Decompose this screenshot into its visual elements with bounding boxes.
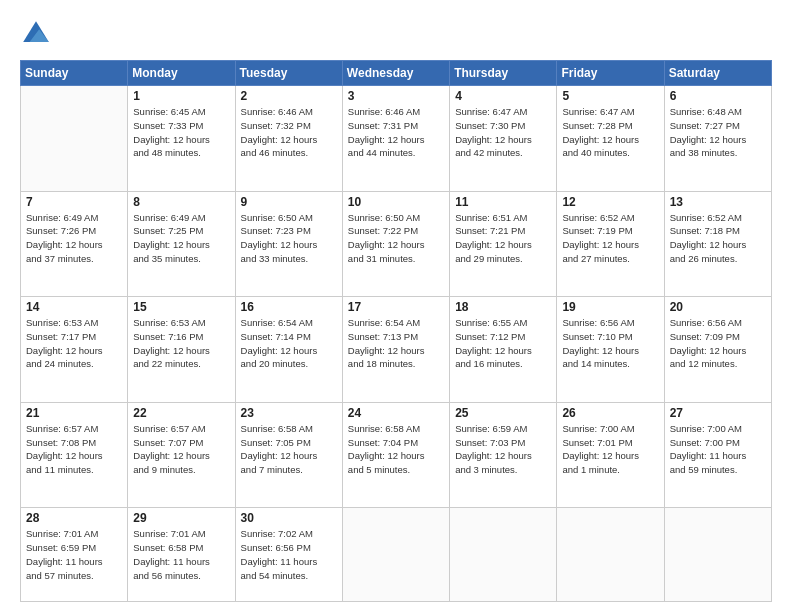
day-info: Sunrise: 7:02 AM Sunset: 6:56 PM Dayligh…	[241, 527, 337, 582]
weekday-header-sunday: Sunday	[21, 61, 128, 86]
calendar-cell: 13Sunrise: 6:52 AM Sunset: 7:18 PM Dayli…	[664, 191, 771, 297]
weekday-header-monday: Monday	[128, 61, 235, 86]
weekday-header-row: SundayMondayTuesdayWednesdayThursdayFrid…	[21, 61, 772, 86]
day-info: Sunrise: 6:52 AM Sunset: 7:19 PM Dayligh…	[562, 211, 658, 266]
day-info: Sunrise: 6:46 AM Sunset: 7:31 PM Dayligh…	[348, 105, 444, 160]
weekday-header-wednesday: Wednesday	[342, 61, 449, 86]
day-info: Sunrise: 6:56 AM Sunset: 7:10 PM Dayligh…	[562, 316, 658, 371]
logo-icon	[20, 18, 52, 50]
day-info: Sunrise: 6:50 AM Sunset: 7:23 PM Dayligh…	[241, 211, 337, 266]
calendar-cell: 25Sunrise: 6:59 AM Sunset: 7:03 PM Dayli…	[450, 402, 557, 508]
day-info: Sunrise: 6:53 AM Sunset: 7:16 PM Dayligh…	[133, 316, 229, 371]
calendar-week-1: 1Sunrise: 6:45 AM Sunset: 7:33 PM Daylig…	[21, 86, 772, 192]
day-number: 21	[26, 406, 122, 420]
page: SundayMondayTuesdayWednesdayThursdayFrid…	[0, 0, 792, 612]
calendar-cell: 21Sunrise: 6:57 AM Sunset: 7:08 PM Dayli…	[21, 402, 128, 508]
day-number: 1	[133, 89, 229, 103]
day-info: Sunrise: 6:51 AM Sunset: 7:21 PM Dayligh…	[455, 211, 551, 266]
calendar-cell: 5Sunrise: 6:47 AM Sunset: 7:28 PM Daylig…	[557, 86, 664, 192]
day-info: Sunrise: 6:45 AM Sunset: 7:33 PM Dayligh…	[133, 105, 229, 160]
header	[20, 18, 772, 50]
day-number: 19	[562, 300, 658, 314]
day-number: 8	[133, 195, 229, 209]
day-info: Sunrise: 6:56 AM Sunset: 7:09 PM Dayligh…	[670, 316, 766, 371]
calendar-cell: 18Sunrise: 6:55 AM Sunset: 7:12 PM Dayli…	[450, 297, 557, 403]
calendar-cell: 20Sunrise: 6:56 AM Sunset: 7:09 PM Dayli…	[664, 297, 771, 403]
day-number: 23	[241, 406, 337, 420]
calendar-week-3: 14Sunrise: 6:53 AM Sunset: 7:17 PM Dayli…	[21, 297, 772, 403]
calendar-cell: 28Sunrise: 7:01 AM Sunset: 6:59 PM Dayli…	[21, 508, 128, 602]
calendar-cell: 24Sunrise: 6:58 AM Sunset: 7:04 PM Dayli…	[342, 402, 449, 508]
calendar-cell: 29Sunrise: 7:01 AM Sunset: 6:58 PM Dayli…	[128, 508, 235, 602]
calendar-week-4: 21Sunrise: 6:57 AM Sunset: 7:08 PM Dayli…	[21, 402, 772, 508]
calendar-cell: 12Sunrise: 6:52 AM Sunset: 7:19 PM Dayli…	[557, 191, 664, 297]
calendar-week-5: 28Sunrise: 7:01 AM Sunset: 6:59 PM Dayli…	[21, 508, 772, 602]
calendar-cell: 19Sunrise: 6:56 AM Sunset: 7:10 PM Dayli…	[557, 297, 664, 403]
day-number: 20	[670, 300, 766, 314]
day-number: 3	[348, 89, 444, 103]
day-number: 2	[241, 89, 337, 103]
calendar-cell: 26Sunrise: 7:00 AM Sunset: 7:01 PM Dayli…	[557, 402, 664, 508]
calendar-cell: 4Sunrise: 6:47 AM Sunset: 7:30 PM Daylig…	[450, 86, 557, 192]
calendar-week-2: 7Sunrise: 6:49 AM Sunset: 7:26 PM Daylig…	[21, 191, 772, 297]
weekday-header-thursday: Thursday	[450, 61, 557, 86]
calendar-cell	[450, 508, 557, 602]
day-info: Sunrise: 6:48 AM Sunset: 7:27 PM Dayligh…	[670, 105, 766, 160]
day-number: 17	[348, 300, 444, 314]
day-info: Sunrise: 6:46 AM Sunset: 7:32 PM Dayligh…	[241, 105, 337, 160]
calendar-cell: 17Sunrise: 6:54 AM Sunset: 7:13 PM Dayli…	[342, 297, 449, 403]
day-info: Sunrise: 7:01 AM Sunset: 6:59 PM Dayligh…	[26, 527, 122, 582]
day-info: Sunrise: 6:55 AM Sunset: 7:12 PM Dayligh…	[455, 316, 551, 371]
calendar-cell: 3Sunrise: 6:46 AM Sunset: 7:31 PM Daylig…	[342, 86, 449, 192]
day-info: Sunrise: 6:59 AM Sunset: 7:03 PM Dayligh…	[455, 422, 551, 477]
calendar-cell: 9Sunrise: 6:50 AM Sunset: 7:23 PM Daylig…	[235, 191, 342, 297]
calendar-cell: 22Sunrise: 6:57 AM Sunset: 7:07 PM Dayli…	[128, 402, 235, 508]
day-info: Sunrise: 6:49 AM Sunset: 7:25 PM Dayligh…	[133, 211, 229, 266]
day-number: 12	[562, 195, 658, 209]
calendar-cell	[557, 508, 664, 602]
day-info: Sunrise: 6:54 AM Sunset: 7:14 PM Dayligh…	[241, 316, 337, 371]
logo	[20, 18, 58, 50]
calendar-cell: 2Sunrise: 6:46 AM Sunset: 7:32 PM Daylig…	[235, 86, 342, 192]
day-info: Sunrise: 7:00 AM Sunset: 7:00 PM Dayligh…	[670, 422, 766, 477]
day-number: 22	[133, 406, 229, 420]
weekday-header-tuesday: Tuesday	[235, 61, 342, 86]
day-number: 28	[26, 511, 122, 525]
day-number: 29	[133, 511, 229, 525]
calendar-cell: 27Sunrise: 7:00 AM Sunset: 7:00 PM Dayli…	[664, 402, 771, 508]
calendar-cell: 10Sunrise: 6:50 AM Sunset: 7:22 PM Dayli…	[342, 191, 449, 297]
calendar-cell: 30Sunrise: 7:02 AM Sunset: 6:56 PM Dayli…	[235, 508, 342, 602]
calendar-cell: 15Sunrise: 6:53 AM Sunset: 7:16 PM Dayli…	[128, 297, 235, 403]
day-info: Sunrise: 6:58 AM Sunset: 7:05 PM Dayligh…	[241, 422, 337, 477]
calendar-cell: 11Sunrise: 6:51 AM Sunset: 7:21 PM Dayli…	[450, 191, 557, 297]
day-number: 6	[670, 89, 766, 103]
day-number: 5	[562, 89, 658, 103]
day-info: Sunrise: 6:49 AM Sunset: 7:26 PM Dayligh…	[26, 211, 122, 266]
calendar-cell: 14Sunrise: 6:53 AM Sunset: 7:17 PM Dayli…	[21, 297, 128, 403]
day-info: Sunrise: 6:54 AM Sunset: 7:13 PM Dayligh…	[348, 316, 444, 371]
calendar-cell: 8Sunrise: 6:49 AM Sunset: 7:25 PM Daylig…	[128, 191, 235, 297]
calendar-cell: 23Sunrise: 6:58 AM Sunset: 7:05 PM Dayli…	[235, 402, 342, 508]
day-number: 24	[348, 406, 444, 420]
day-info: Sunrise: 6:58 AM Sunset: 7:04 PM Dayligh…	[348, 422, 444, 477]
calendar-cell: 6Sunrise: 6:48 AM Sunset: 7:27 PM Daylig…	[664, 86, 771, 192]
day-number: 9	[241, 195, 337, 209]
day-number: 27	[670, 406, 766, 420]
day-number: 10	[348, 195, 444, 209]
day-number: 16	[241, 300, 337, 314]
calendar-cell	[342, 508, 449, 602]
day-info: Sunrise: 6:57 AM Sunset: 7:07 PM Dayligh…	[133, 422, 229, 477]
day-info: Sunrise: 6:52 AM Sunset: 7:18 PM Dayligh…	[670, 211, 766, 266]
day-number: 4	[455, 89, 551, 103]
day-number: 15	[133, 300, 229, 314]
day-number: 18	[455, 300, 551, 314]
day-number: 11	[455, 195, 551, 209]
calendar-cell	[664, 508, 771, 602]
calendar-cell: 16Sunrise: 6:54 AM Sunset: 7:14 PM Dayli…	[235, 297, 342, 403]
calendar-cell: 1Sunrise: 6:45 AM Sunset: 7:33 PM Daylig…	[128, 86, 235, 192]
day-number: 30	[241, 511, 337, 525]
day-number: 26	[562, 406, 658, 420]
day-info: Sunrise: 6:57 AM Sunset: 7:08 PM Dayligh…	[26, 422, 122, 477]
day-number: 13	[670, 195, 766, 209]
day-number: 25	[455, 406, 551, 420]
